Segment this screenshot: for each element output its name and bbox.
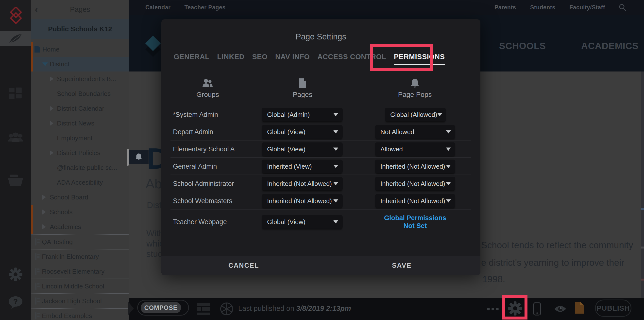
- scrollbar-mark: [641, 278, 644, 280]
- save-button[interactable]: SAVE: [392, 256, 412, 275]
- pagepops-permission-dropdown[interactable]: Inherited (Not Allowed): [375, 194, 455, 208]
- caret-down-icon: [333, 113, 338, 116]
- preview-eye-icon[interactable]: [554, 305, 567, 314]
- column-label: Pages: [293, 91, 312, 99]
- tree-item-label: School Boundaries: [31, 90, 110, 98]
- expand-arrow-icon[interactable]: [50, 121, 54, 126]
- tree-item[interactable]: Franklin Elementary: [31, 249, 129, 264]
- folder-icon: [8, 174, 24, 187]
- tree-item[interactable]: School Boundaries: [31, 86, 129, 101]
- feather-icon: [8, 33, 23, 44]
- mobile-preview-icon[interactable]: [533, 302, 541, 316]
- layout-icon[interactable]: [197, 303, 210, 316]
- tab-general[interactable]: GENERAL: [174, 53, 210, 61]
- compose-button-outline: COMPOSE: [137, 300, 189, 315]
- panel-collapse-chevron-icon[interactable]: [128, 302, 134, 315]
- caret-down-icon: [437, 113, 442, 116]
- tree-item-label: Superintendent's B...: [31, 75, 116, 83]
- permission-row: *System Admin Global (Admin) Global (All…: [161, 106, 480, 123]
- tree-item-label: School Board: [31, 194, 88, 201]
- admin-nav-item[interactable]: Students: [530, 4, 555, 11]
- page-status-icon[interactable]: [575, 302, 584, 313]
- rail-item-help[interactable]: ?: [0, 295, 31, 310]
- expand-arrow-icon[interactable]: [50, 76, 54, 81]
- tab-nav-info[interactable]: NAV INFO: [275, 53, 310, 61]
- pages-scrollbar-thumb[interactable]: [127, 149, 129, 166]
- pages-permission-dropdown[interactable]: Inherited (Not Allowed): [262, 177, 343, 191]
- pagepops-permission-dropdown[interactable]: Inherited (Not Allowed): [375, 160, 455, 173]
- site-selector[interactable]: Public Schools K12: [31, 19, 129, 39]
- tree-item[interactable]: District Policies: [31, 145, 129, 160]
- cancel-button[interactable]: CANCEL: [228, 256, 259, 275]
- help-icon: ?: [8, 295, 23, 309]
- pages-permission-dropdown[interactable]: Inherited (View): [262, 160, 343, 173]
- branch-icon: [35, 312, 40, 319]
- collapse-arrow-icon[interactable]: [42, 62, 48, 66]
- finalsite-logo[interactable]: [0, 0, 31, 31]
- expand-arrow-icon[interactable]: [50, 150, 54, 155]
- tree-item[interactable]: Home: [31, 42, 129, 57]
- tab-seo[interactable]: SEO: [252, 53, 268, 61]
- paragraph-fragment: With: [146, 228, 164, 238]
- tree-item[interactable]: District Calendar: [31, 101, 129, 116]
- pagepops-permission-dropdown[interactable]: Inherited (Not Allowed): [375, 177, 455, 191]
- admin-nav-item[interactable]: Parents: [494, 4, 516, 11]
- expand-arrow-icon[interactable]: [50, 106, 54, 111]
- dropdown-value: Inherited (Not Allowed): [375, 163, 446, 170]
- expand-arrow-icon[interactable]: [42, 195, 46, 200]
- expand-arrow-icon[interactable]: [42, 224, 46, 229]
- pagepops-permission-dropdown[interactable]: Not Allowed: [375, 125, 455, 139]
- rail-item-files[interactable]: [0, 172, 31, 189]
- tree-item[interactable]: QA Testing: [31, 234, 129, 249]
- scrollbar-mark: [641, 208, 644, 210]
- pages-permission-dropdown[interactable]: Global (View): [262, 125, 343, 139]
- rail-item-compose[interactable]: [0, 31, 31, 46]
- tree-item[interactable]: Schools: [31, 205, 129, 219]
- caret-down-icon: [333, 199, 338, 203]
- rail-item-modules[interactable]: [0, 86, 31, 104]
- tree-item[interactable]: ADA Accesibility: [31, 175, 129, 190]
- tree-item[interactable]: @finalsite public sc...: [31, 160, 129, 175]
- pages-panel-header: ‹ Pages: [31, 0, 129, 19]
- window-scrollbar[interactable]: [641, 72, 644, 298]
- rail-item-groups[interactable]: [0, 129, 31, 146]
- tree-item[interactable]: Jackson High School: [31, 293, 129, 308]
- admin-nav-item[interactable]: Calendar: [145, 4, 170, 11]
- pagepops-permission-dropdown[interactable]: Global (Allowed): [385, 108, 446, 122]
- tab-linked[interactable]: LINKED: [217, 53, 244, 61]
- site-nav-item[interactable]: ACADEMICS: [581, 41, 638, 51]
- pages-permission-dropdown[interactable]: Global (Admin): [262, 108, 343, 122]
- annotation-box-permissions-tab: [370, 44, 433, 71]
- tree-item[interactable]: District: [31, 57, 129, 72]
- global-permissions-link[interactable]: Global PermissionsNot Set: [375, 214, 455, 230]
- site-nav-item[interactable]: SCHOOLS: [499, 41, 546, 51]
- group-name-label: School Administrator: [173, 180, 234, 188]
- pages-permission-dropdown[interactable]: Global (View): [262, 143, 343, 156]
- publish-button[interactable]: PUBLISH: [595, 299, 632, 317]
- tree-item[interactable]: Embed Examples: [31, 308, 129, 320]
- tree-item[interactable]: Academics: [31, 219, 129, 234]
- paragraph-fragment: Dist: [147, 200, 162, 210]
- tree-item[interactable]: Lincoln Middle School: [31, 278, 129, 293]
- pagepops-permission-dropdown[interactable]: Allowed: [375, 143, 455, 156]
- rail-item-settings[interactable]: [0, 267, 31, 282]
- tree-item[interactable]: District News: [31, 116, 129, 131]
- tree-item[interactable]: Superintendent's B...: [31, 72, 129, 86]
- tree-item[interactable]: Employment: [31, 131, 129, 145]
- app-root: D Ab Dist With whic stud School tends to…: [0, 0, 644, 320]
- pages-permission-dropdown[interactable]: Inherited (Not Allowed): [262, 194, 343, 208]
- admin-nav-item[interactable]: Teacher Pages: [184, 4, 226, 11]
- branch-icon: [35, 253, 40, 260]
- admin-nav-item[interactable]: Faculty/Staff: [569, 4, 605, 11]
- more-options-icon[interactable]: [487, 308, 490, 310]
- modified-accent-bar: [31, 205, 33, 219]
- tree-item[interactable]: Roosevelt Elementary: [31, 264, 129, 278]
- expand-arrow-icon[interactable]: [42, 210, 46, 214]
- compose-button[interactable]: COMPOSE: [141, 302, 181, 313]
- styles-wheel-icon[interactable]: [220, 302, 234, 317]
- tree-item[interactable]: School Board: [31, 190, 129, 205]
- pages-permission-dropdown[interactable]: Global (View): [262, 215, 343, 229]
- dropdown-value: Global (Admin): [262, 111, 333, 119]
- tree-item-label: Lincoln Middle School: [31, 282, 104, 290]
- search-icon[interactable]: [618, 4, 626, 12]
